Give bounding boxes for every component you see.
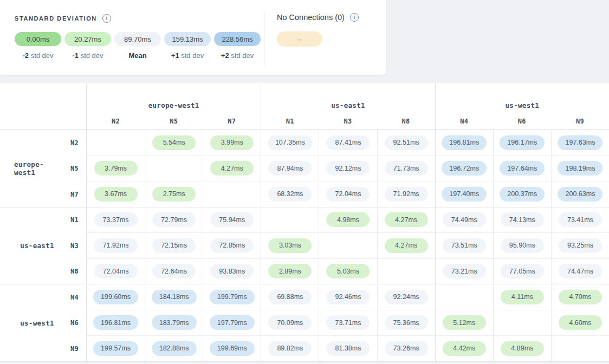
latency-value-pill[interactable]: 87.94ms xyxy=(268,161,312,176)
latency-cell[interactable]: 73.37ms xyxy=(87,207,145,233)
latency-cell[interactable] xyxy=(319,233,377,259)
latency-value-pill[interactable]: 72.04ms xyxy=(326,187,370,202)
latency-value-pill[interactable]: 4.27ms xyxy=(385,212,428,227)
latency-value-pill[interactable]: 72.04ms xyxy=(94,264,138,278)
latency-value-pill[interactable]: 71.73ms xyxy=(385,161,428,176)
latency-cell[interactable] xyxy=(377,259,435,285)
latency-value-pill[interactable]: 73.37ms xyxy=(94,212,138,227)
latency-cell[interactable]: 4.27ms xyxy=(377,207,435,233)
latency-cell[interactable]: 72.64ms xyxy=(145,259,203,285)
latency-value-pill[interactable]: 197.79ms xyxy=(210,315,255,330)
row-node-label[interactable]: N8 xyxy=(60,259,79,285)
latency-cell[interactable]: 71.92ms xyxy=(87,233,145,259)
latency-value-pill[interactable]: 3.99ms xyxy=(210,135,254,150)
latency-cell[interactable]: 92.12ms xyxy=(319,156,377,182)
latency-value-pill[interactable]: 5.12ms xyxy=(443,315,486,330)
latency-value-pill[interactable]: 182.88ms xyxy=(152,341,197,356)
latency-cell[interactable]: 2.75ms xyxy=(145,181,203,207)
column-node-header[interactable]: N3 xyxy=(319,113,377,130)
latency-cell[interactable] xyxy=(203,181,261,207)
latency-value-pill[interactable]: 73.41ms xyxy=(559,212,602,227)
latency-cell[interactable]: 74.13ms xyxy=(493,207,551,233)
latency-value-pill[interactable]: 4.98ms xyxy=(326,212,370,227)
latency-value-pill[interactable]: 71.92ms xyxy=(385,187,428,202)
latency-cell[interactable]: 200.37ms xyxy=(493,181,551,207)
latency-cell[interactable]: 93.25ms xyxy=(551,233,609,259)
latency-value-pill[interactable]: 4.60ms xyxy=(559,315,602,330)
row-node-label[interactable]: N2 xyxy=(60,130,79,156)
latency-value-pill[interactable]: 196.81ms xyxy=(93,315,138,330)
latency-cell[interactable]: 2.89ms xyxy=(261,259,319,285)
latency-value-pill[interactable]: 200.37ms xyxy=(500,187,545,202)
latency-value-pill[interactable]: 5.54ms xyxy=(152,135,196,150)
latency-cell[interactable]: 3.79ms xyxy=(87,156,145,182)
latency-cell[interactable]: 74.47ms xyxy=(551,259,609,285)
latency-value-pill[interactable]: 4.42ms xyxy=(443,341,486,356)
latency-value-pill[interactable]: 199.57ms xyxy=(93,341,138,356)
latency-cell[interactable]: 196.81ms xyxy=(87,310,145,336)
latency-cell[interactable]: 5.54ms xyxy=(145,130,203,156)
latency-value-pill[interactable]: 183.79ms xyxy=(152,315,197,330)
latency-cell[interactable]: 5.03ms xyxy=(319,259,377,285)
row-node-label[interactable]: N1 xyxy=(60,207,79,233)
latency-value-pill[interactable]: 196.17ms xyxy=(500,135,545,150)
latency-value-pill[interactable]: 70.09ms xyxy=(268,315,312,330)
row-node-label[interactable]: N3 xyxy=(60,233,79,259)
latency-cell[interactable] xyxy=(87,130,145,156)
latency-value-pill[interactable]: 75.94ms xyxy=(210,212,254,227)
latency-cell[interactable]: 68.32ms xyxy=(261,181,319,207)
latency-value-pill[interactable]: 89.82ms xyxy=(268,341,312,356)
latency-cell[interactable]: 81.38ms xyxy=(319,336,377,362)
latency-value-pill[interactable]: 74.49ms xyxy=(443,212,486,227)
latency-value-pill[interactable]: 197.40ms xyxy=(442,187,487,202)
latency-value-pill[interactable]: 196.72ms xyxy=(442,161,487,176)
latency-cell[interactable]: 73.41ms xyxy=(551,207,609,233)
latency-cell[interactable] xyxy=(261,207,319,233)
latency-cell[interactable]: 72.04ms xyxy=(87,259,145,285)
latency-cell[interactable]: 197.40ms xyxy=(435,181,493,207)
latency-value-pill[interactable]: 2.75ms xyxy=(152,187,196,202)
latency-value-pill[interactable]: 3.03ms xyxy=(268,238,312,253)
latency-value-pill[interactable]: 72.85ms xyxy=(210,238,254,253)
latency-value-pill[interactable]: 199.69ms xyxy=(210,341,255,356)
latency-value-pill[interactable]: 184.18ms xyxy=(152,290,197,304)
latency-cell[interactable]: 4.11ms xyxy=(493,284,551,310)
latency-cell[interactable]: 92.51ms xyxy=(377,130,435,156)
latency-cell[interactable]: 89.82ms xyxy=(261,336,319,362)
latency-value-pill[interactable]: 107.35ms xyxy=(268,135,313,150)
latency-cell[interactable]: 3.67ms xyxy=(87,181,145,207)
latency-value-pill[interactable]: 199.60ms xyxy=(93,290,138,304)
latency-value-pill[interactable]: 93.83ms xyxy=(210,264,254,278)
latency-value-pill[interactable]: 69.88ms xyxy=(268,290,312,304)
column-node-header[interactable]: N9 xyxy=(551,113,609,130)
column-node-header[interactable]: N1 xyxy=(261,113,319,130)
row-node-label[interactable]: N6 xyxy=(60,310,79,336)
latency-value-pill[interactable]: 68.32ms xyxy=(268,187,312,202)
latency-value-pill[interactable]: 2.89ms xyxy=(268,264,312,278)
column-node-header[interactable]: N8 xyxy=(377,113,435,130)
latency-cell[interactable]: 197.79ms xyxy=(203,310,261,336)
latency-cell[interactable]: 73.21ms xyxy=(435,259,493,285)
row-node-label[interactable]: N4 xyxy=(60,284,79,310)
column-node-header[interactable]: N4 xyxy=(435,113,493,130)
latency-cell[interactable] xyxy=(435,284,493,310)
latency-value-pill[interactable]: 87.41ms xyxy=(326,135,370,150)
latency-value-pill[interactable]: 81.38ms xyxy=(326,341,370,356)
latency-cell[interactable]: 77.05ms xyxy=(493,259,551,285)
latency-value-pill[interactable]: 197.63ms xyxy=(558,135,602,150)
latency-cell[interactable]: 199.60ms xyxy=(87,284,145,310)
latency-cell[interactable]: 197.63ms xyxy=(551,130,609,156)
latency-cell[interactable]: 72.04ms xyxy=(319,181,377,207)
latency-cell[interactable]: 75.36ms xyxy=(377,310,435,336)
latency-value-pill[interactable]: 73.26ms xyxy=(385,341,428,356)
latency-value-pill[interactable]: 95.90ms xyxy=(501,238,544,253)
latency-cell[interactable]: 4.27ms xyxy=(377,233,435,259)
latency-value-pill[interactable]: 92.24ms xyxy=(385,290,428,304)
latency-value-pill[interactable]: 75.36ms xyxy=(385,315,428,330)
latency-cell[interactable]: 93.83ms xyxy=(203,259,261,285)
latency-value-pill[interactable]: 71.92ms xyxy=(94,238,138,253)
latency-cell[interactable]: 3.03ms xyxy=(261,233,319,259)
latency-cell[interactable]: 184.18ms xyxy=(145,284,203,310)
latency-value-pill[interactable]: 72.64ms xyxy=(152,264,196,278)
latency-value-pill[interactable]: 92.12ms xyxy=(326,161,370,176)
